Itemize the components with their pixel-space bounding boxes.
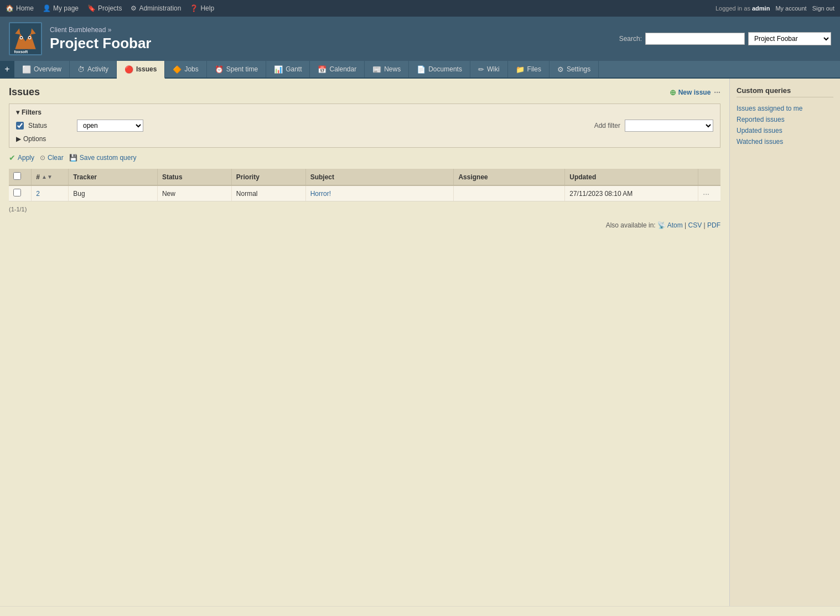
csv-export-link[interactable]: CSV [688,221,702,229]
administration-icon: ⚙ [131,4,137,12]
filters-collapse-icon: ▾ [16,108,19,116]
new-issue-link[interactable]: ⊕ New issue [670,88,711,97]
th-id-sort[interactable]: # ▲▼ [36,173,64,181]
th-id[interactable]: # ▲▼ [32,169,69,185]
export-links: Also available in: 📡 Atom | CSV | PDF [9,221,720,229]
logged-in-text: Logged in as admin [715,5,770,12]
project-title: Project Foobar [50,35,151,52]
header-search: Search: Project Foobar All Projects [619,32,831,45]
atom-export-link[interactable]: Atom [667,221,683,229]
gantt-icon: 📊 [274,65,283,74]
add-filter-select[interactable] [625,120,713,132]
issue-subject-cell: Horror! [305,185,454,201]
my-page-icon: 👤 [43,4,51,12]
sign-out-link[interactable]: Sign out [812,5,834,12]
svg-point-6 [20,37,22,39]
status-filter-checkbox[interactable] [16,122,24,130]
clear-link[interactable]: ⊙ Clear [40,154,64,162]
row-checkbox[interactable] [13,189,21,196]
calendar-icon: 📅 [318,65,326,74]
project-info: Client Bumblehead » Project Foobar [50,26,151,52]
tab-calendar[interactable]: 📅 Calendar [310,61,365,77]
activity-icon: ⏱ [77,65,85,74]
sidebar-link-watched[interactable]: Watched issues [737,136,833,147]
nav-administration[interactable]: ⚙ Administration [131,4,181,12]
save-query-link[interactable]: 💾 Save custom query [69,154,137,162]
search-scope-select[interactable]: Project Foobar All Projects [748,32,831,45]
my-account-link[interactable]: My account [775,5,806,12]
tab-bar: + ⬜ Overview ⏱ Activity 🔴 Issues 🔶 Jobs … [0,61,840,79]
search-input[interactable] [645,33,745,45]
sidebar-link-updated[interactable]: Updated issues [737,125,833,136]
tab-documents[interactable]: 📄 Documents [409,61,470,77]
content-area: Issues ⊕ New issue ··· ▾ Filters Status … [0,79,729,606]
sidebar-link-reported[interactable]: Reported issues [737,114,833,125]
status-filter-select[interactable]: open closed any [77,120,143,132]
tab-spent-time[interactable]: ⏰ Spent time [207,61,266,77]
overview-icon: ⬜ [22,65,31,74]
top-nav-right: Logged in as admin My account Sign out [715,5,834,12]
table-body: 2 Bug New Normal Horror! 27/11/2023 08:1… [9,185,720,201]
issues-heading-right: ⊕ New issue ··· [670,88,720,97]
issues-more-button[interactable]: ··· [714,88,720,97]
projects-icon: 🔖 [87,4,96,12]
sort-icon: ▲▼ [42,174,53,180]
issue-id-link[interactable]: 2 [36,190,40,198]
pdf-export-link[interactable]: PDF [707,221,720,229]
status-filter-row: Status open closed any Add filter [16,120,713,132]
save-query-icon: 💾 [69,154,77,162]
apply-icon: ✔ [9,153,15,162]
tab-issues[interactable]: 🔴 Issues [117,61,165,79]
filters-toggle[interactable]: ▾ Filters [16,108,713,116]
tab-jobs[interactable]: 🔶 Jobs [165,61,206,77]
svg-text:foxsoft: foxsoft [14,49,28,54]
search-label: Search: [619,35,642,43]
th-assignee: Assignee [454,169,565,185]
options-toggle[interactable]: ▶ Options [16,135,713,143]
tab-settings[interactable]: ⚙ Settings [549,61,599,77]
wiki-icon: ✏ [478,65,484,74]
nav-home[interactable]: 🏠 Home [6,4,34,12]
tab-files[interactable]: 📁 Files [508,61,549,77]
new-issue-icon: ⊕ [670,88,676,97]
atom-export-icon: 📡 [657,221,666,229]
parent-project: Client Bumblehead » [50,26,151,34]
sidebar-link-assigned[interactable]: Issues assigned to me [737,103,833,114]
tab-overview[interactable]: ⬜ Overview [14,61,70,77]
nav-help[interactable]: ❓ Help [190,4,214,12]
page-footer: Powered by Redmine © 2006-2023 Jean-Phil… [0,606,840,616]
table-header-row: # ▲▼ Tracker Status Priority Subject [9,169,720,185]
project-logo: foxsoft [9,22,42,55]
issues-title: Issues [9,86,40,98]
apply-link[interactable]: ✔ Apply [9,153,34,162]
tab-gantt[interactable]: 📊 Gantt [266,61,310,77]
main-layout: Issues ⊕ New issue ··· ▾ Filters Status … [0,79,840,606]
nav-my-page[interactable]: 👤 My page [43,4,79,12]
issue-id-cell: 2 [32,185,69,201]
table-row: 2 Bug New Normal Horror! 27/11/2023 08:1… [9,185,720,201]
issue-updated-cell: 27/11/2023 08:10 AM [565,185,698,201]
header-left: foxsoft Client Bumblehead » Project Foob… [9,22,151,55]
tab-news[interactable]: 📰 News [365,61,409,77]
spent-time-icon: ⏰ [215,65,224,74]
home-icon: 🏠 [6,4,14,12]
add-tab-button[interactable]: + [0,61,14,77]
top-nav-left: 🏠 Home 👤 My page 🔖 Projects ⚙ Administra… [6,4,214,12]
files-icon: 📁 [516,65,525,74]
documents-icon: 📄 [417,65,426,74]
th-subject: Subject [305,169,454,185]
issue-subject-link[interactable]: Horror! [310,190,331,198]
page-header: foxsoft Client Bumblehead » Project Foob… [0,17,840,61]
nav-projects[interactable]: 🔖 Projects [87,4,122,12]
tab-wiki[interactable]: ✏ Wiki [470,61,508,77]
issue-row-more-button[interactable]: ··· [703,189,709,198]
select-all-checkbox[interactable] [13,172,21,180]
tab-activity[interactable]: ⏱ Activity [70,61,117,77]
issues-icon: 🔴 [125,65,133,74]
top-nav-bar: 🏠 Home 👤 My page 🔖 Projects ⚙ Administra… [0,0,840,17]
status-filter-label: Status [28,122,72,130]
th-actions [698,169,720,185]
sidebar-custom-queries-title: Custom queries [737,86,833,97]
issue-actions-cell: ··· [698,185,720,201]
svg-point-7 [29,37,30,39]
